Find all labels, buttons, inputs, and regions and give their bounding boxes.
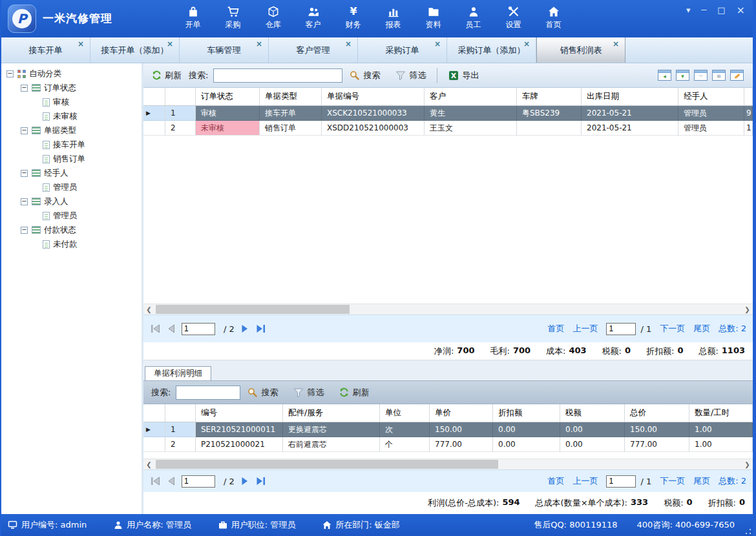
detail-scroll-thumb[interactable]: [156, 460, 498, 469]
next-page-link[interactable]: 下一页: [660, 475, 685, 487]
detail-row-2[interactable]: 2 P210521000021 右前避震芯 个 777.00 0.00 0.00…: [143, 437, 753, 452]
tab-purchase-order[interactable]: 采购订单×: [358, 37, 447, 63]
col-plate[interactable]: 车牌: [517, 88, 582, 105]
tab-close-icon[interactable]: ×: [434, 41, 441, 47]
last-page-link[interactable]: 尾页: [693, 323, 710, 335]
tree-item-doc-type[interactable]: 单据类型: [1, 123, 142, 138]
tree-expander-icon[interactable]: [21, 198, 28, 205]
tree-item-audited[interactable]: 审核: [1, 95, 142, 109]
detail-filter-button[interactable]: 筛选: [291, 386, 326, 400]
tab-close-icon[interactable]: ×: [167, 41, 173, 47]
col-tax[interactable]: 税额: [560, 404, 625, 422]
row-lines-icon[interactable]: ┄: [694, 70, 708, 81]
last-page-icon[interactable]: [255, 477, 266, 486]
detail-search-input[interactable]: [176, 386, 240, 400]
tab-jieche-kaidan[interactable]: 接车开单×: [1, 37, 90, 63]
orders-hscrollbar[interactable]: ❮ ❯: [143, 304, 753, 314]
orders-filter-button[interactable]: 筛选: [394, 68, 428, 83]
detail-refresh-button[interactable]: 刷新: [337, 386, 371, 400]
tree-item-handler[interactable]: 经手人: [1, 166, 142, 180]
tab-close-icon[interactable]: ×: [613, 41, 619, 47]
detail-hscrollbar[interactable]: ❮ ❯: [143, 459, 753, 469]
detail-search-button[interactable]: 搜索: [246, 386, 280, 400]
skin-icon[interactable]: ▾: [686, 5, 691, 15]
prev-page-icon[interactable]: [167, 324, 176, 333]
orders-row-2[interactable]: 2 未审核 销售订单 XSDD210521000003 王玉文 2021-05-…: [143, 121, 753, 136]
next-page-icon[interactable]: [240, 477, 249, 486]
tree-item-unpaid[interactable]: 未付款: [1, 237, 142, 251]
col-doc-type[interactable]: 单据类型: [260, 88, 322, 105]
first-page-icon[interactable]: [150, 324, 161, 333]
dock-down-icon[interactable]: ▾: [676, 70, 689, 81]
prev-page-link[interactable]: 上一页: [572, 475, 598, 487]
next-page-icon[interactable]: [240, 324, 249, 333]
last-page-link[interactable]: 尾页: [693, 475, 710, 487]
col-doc-no[interactable]: 单据编号: [322, 88, 425, 105]
nav-settings[interactable]: 设置: [498, 4, 529, 34]
tree-item-order-status[interactable]: 订单状态: [1, 81, 142, 95]
col-order-status[interactable]: 订单状态: [196, 88, 260, 105]
last-page-icon[interactable]: [255, 324, 266, 333]
first-page-link[interactable]: 首页: [547, 323, 564, 335]
nav-warehouse[interactable]: 仓库: [257, 4, 289, 34]
collapse-left-icon[interactable]: ◂: [658, 70, 671, 81]
col-unit-price[interactable]: 单价: [430, 404, 493, 422]
tree-item-entry-person[interactable]: 录入人: [1, 194, 142, 209]
scroll-left-icon[interactable]: ❮: [143, 459, 154, 469]
nav-reports[interactable]: 报表: [377, 4, 409, 34]
detail-page-input-right[interactable]: [606, 475, 636, 488]
prev-page-link[interactable]: 上一页: [572, 323, 598, 335]
list-view-icon[interactable]: ≡: [712, 70, 726, 81]
col-total-price[interactable]: 总价: [625, 404, 689, 422]
detail-row-1[interactable]: ▶ 1 SER210521000011 更换避震芯 次 150.00 0.00 …: [143, 422, 753, 437]
scroll-right-icon[interactable]: ❯: [742, 304, 753, 314]
nav-purchase[interactable]: 采购: [217, 4, 249, 34]
col-part-service[interactable]: 配件/服务: [283, 404, 380, 422]
col-customer[interactable]: 客户: [425, 88, 517, 105]
tab-close-icon[interactable]: ×: [256, 41, 262, 47]
tab-doc-profit-detail[interactable]: 单据利润明细: [145, 366, 211, 380]
nav-data[interactable]: 资料: [417, 4, 449, 34]
tree-expander-icon[interactable]: [21, 227, 28, 234]
col-qty-hours[interactable]: 数量/工时: [689, 404, 753, 422]
tree-item-sales-order[interactable]: 销售订单: [1, 152, 142, 166]
nav-home[interactable]: 首页: [538, 4, 569, 34]
tab-close-icon[interactable]: ×: [78, 41, 84, 47]
first-page-icon[interactable]: [150, 477, 161, 486]
tree-item-payment-status[interactable]: 付款状态: [1, 223, 142, 237]
tab-jieche-kaidan-add[interactable]: 接车开单（添加）×: [90, 37, 180, 63]
tab-customer-mgmt[interactable]: 客户管理×: [269, 37, 358, 63]
tree-item-intake-order[interactable]: 接车开单: [1, 138, 142, 152]
orders-row-1[interactable]: ▶ 1 审核 接车开单 XSCK210521000033 黄生 粤SBS239 …: [143, 106, 753, 121]
nav-finance[interactable]: ¥ 财务: [337, 4, 369, 34]
tree-expander-icon[interactable]: [6, 70, 14, 77]
col-item-no[interactable]: 编号: [196, 404, 283, 422]
orders-page-input[interactable]: [182, 323, 215, 335]
tab-purchase-order-add[interactable]: 采购订单（添加）×: [447, 37, 536, 63]
nav-billing[interactable]: 开单: [177, 4, 209, 34]
detail-page-input[interactable]: [182, 475, 215, 488]
close-icon[interactable]: ×: [737, 5, 745, 15]
col-handler[interactable]: 经手人: [678, 88, 744, 105]
prev-page-icon[interactable]: [167, 477, 176, 486]
tree-expander-icon[interactable]: [21, 85, 28, 92]
tab-close-icon[interactable]: ×: [345, 41, 352, 47]
nav-customers[interactable]: 客户: [297, 4, 329, 34]
first-page-link[interactable]: 首页: [547, 475, 564, 487]
refresh-button[interactable]: 刷新: [150, 68, 184, 83]
col-discount[interactable]: 折扣额: [493, 404, 560, 422]
orders-page-input-right[interactable]: [606, 323, 636, 335]
tree-expander-icon[interactable]: [21, 127, 28, 134]
orders-scroll-thumb[interactable]: [156, 305, 350, 314]
tree-item-unaudited[interactable]: 未审核: [1, 109, 142, 123]
next-page-link[interactable]: 下一页: [660, 323, 685, 335]
orders-search-button[interactable]: 搜索: [348, 68, 382, 83]
edit-columns-icon[interactable]: [730, 70, 744, 81]
tree-expander-icon[interactable]: [21, 170, 28, 177]
minimize-icon[interactable]: ─: [701, 5, 706, 15]
scroll-right-icon[interactable]: ❯: [742, 459, 753, 469]
orders-search-input[interactable]: [213, 68, 342, 83]
tree-item-admin-entry[interactable]: 管理员: [1, 209, 142, 223]
tab-close-icon[interactable]: ×: [523, 41, 530, 47]
tab-sales-profit-active[interactable]: 销售利润表×: [536, 37, 625, 63]
